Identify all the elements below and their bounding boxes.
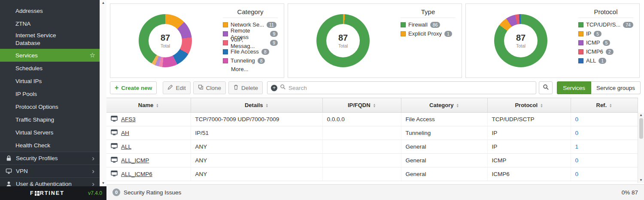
main-content: 87 Total Category Network Se... 11 Remo (106, 0, 644, 184)
legend-item[interactable]: Firewall 86 (401, 21, 456, 28)
legend-item[interactable]: IP 5 (578, 30, 633, 37)
legend-item[interactable]: ICMP 5 (578, 39, 633, 46)
chart-legend: Protocol TCP/UDP/S... 74 IP 5 ICMP (576, 4, 639, 78)
sidebar-item-virtual-ips[interactable]: Virtual IPs (0, 75, 100, 87)
security-rating-label[interactable]: Security Rating Issues (124, 189, 181, 196)
cell-category: Tunneling (401, 126, 487, 140)
column-header-ip-fqdn[interactable]: IP/FQDN▲▼ (322, 98, 401, 113)
cell-category: General (401, 154, 487, 167)
sidebar-item-schedules[interactable]: Schedules (0, 62, 100, 75)
sidebar-item-health-check[interactable]: Health Check (0, 139, 100, 152)
sidebar-item-protocol-options[interactable]: Protocol Options (0, 100, 100, 113)
category-donut-chart[interactable]: 87 Total (139, 14, 192, 67)
sidebar-item-internet-service-database[interactable]: Internet Service Database (0, 30, 100, 49)
legend-swatch (223, 40, 228, 45)
tab-service-groups[interactable]: Service groups (591, 81, 641, 94)
legend-item[interactable]: TCP/UDP/S... 74 (578, 21, 633, 28)
ref-count-link[interactable]: 0 (575, 130, 579, 136)
legend-label: IP (586, 30, 591, 37)
service-name-link[interactable]: ALL (121, 143, 131, 150)
service-name-link[interactable]: ALL_ICMP6 (121, 171, 152, 177)
ref-count-link[interactable]: 1 (575, 143, 579, 150)
legend-item[interactable]: Tunneling 8 (223, 57, 278, 64)
count-badge: 1 (598, 58, 606, 64)
sidebar-scrollbar[interactable]: ▲ ▼ (100, 0, 106, 186)
table-row[interactable]: ALL_ICMP ANY General ICMP 0 (106, 154, 638, 167)
chevron-right-icon: › (92, 167, 94, 175)
chart-card-category: 87 Total Category Network Se... 11 Remo (110, 3, 284, 78)
donut-center: 87 Total (326, 24, 360, 57)
create-new-label: Create new (121, 85, 152, 91)
table-row[interactable]: ALL_ICMP6 ANY General ICMP6 0 (106, 167, 638, 181)
fortinet-logo-grid-icon (35, 191, 39, 196)
sidebar-item-virtual-servers[interactable]: Virtual Servers (0, 126, 100, 139)
search-input[interactable] (289, 85, 532, 91)
toolbar: + Create new Edit Clone Delete + (110, 81, 641, 94)
legend-swatch (401, 22, 406, 27)
scroll-up-icon[interactable]: ▲ (102, 1, 105, 5)
legend-item[interactable]: VoIP, Messag... 9 (223, 39, 278, 46)
column-header-details[interactable]: Details▲▼ (191, 98, 322, 113)
sidebar-item-ztna[interactable]: ZTNA (0, 17, 100, 30)
sidebar-section-security-profiles[interactable]: Security Profiles › (0, 152, 100, 164)
scroll-down-icon[interactable]: ▼ (639, 179, 643, 182)
legend-item[interactable]: ICMP6 2 (578, 48, 633, 55)
favorite-star-icon[interactable]: ☆ (90, 51, 95, 59)
delete-button[interactable]: Delete (228, 81, 263, 94)
sidebar-item-ip-pools[interactable]: IP Pools (0, 87, 100, 100)
ref-count-link[interactable]: 0 (575, 171, 579, 177)
sidebar-item-traffic-shaping[interactable]: Traffic Shaping (0, 113, 100, 126)
chart-card-type: 87 Total Type Firewall 86 Explicit Prox (288, 3, 462, 78)
service-name-link[interactable]: ALL_ICMP (121, 157, 149, 164)
cell-details: ANY (191, 167, 322, 181)
ref-count-link[interactable]: 0 (575, 116, 579, 122)
sidebar-section-vpn[interactable]: VPN › (0, 164, 100, 177)
search-submit-button[interactable] (539, 81, 553, 94)
table-scrollbar[interactable]: ▲ ▼ (638, 113, 644, 183)
type-donut-chart[interactable]: 87 Total (316, 14, 370, 67)
count-badge: 8 (261, 49, 269, 55)
tab-services[interactable]: Services (557, 81, 591, 94)
legend-item[interactable]: Explicit Proxy 1 (401, 30, 456, 37)
table-row[interactable]: AH IP/51 Tunneling IP 0 (106, 126, 638, 140)
legend-more-link[interactable]: More... (231, 66, 278, 72)
edit-button[interactable]: Edit (163, 81, 190, 94)
table-header-row: Name▲▼ Details▲▼ IP/FQDN▲▼ Category▲▼ Pr… (106, 98, 638, 113)
column-header-protocol[interactable]: Protocol▲▼ (487, 98, 571, 113)
ref-count-link[interactable]: 0 (575, 157, 579, 164)
clone-button[interactable]: Clone (193, 81, 226, 94)
protocol-donut-chart[interactable]: 87 Total (494, 14, 547, 67)
column-header-ref[interactable]: Ref.▲▼ (571, 98, 638, 113)
service-icon (111, 157, 118, 164)
legend-item[interactable]: ALL 1 (578, 57, 633, 64)
service-name-link[interactable]: AH (121, 130, 129, 136)
donut-wrap: 87 Total (466, 4, 576, 78)
service-name-link[interactable]: AFS3 (121, 116, 136, 122)
count-badge: 8 (258, 58, 265, 64)
search-bar[interactable]: + (267, 81, 536, 94)
chart-title: Protocol (578, 8, 633, 18)
service-icon (111, 116, 118, 123)
legend-label: ICMP6 (586, 48, 603, 55)
column-header-name[interactable]: Name▲▼ (106, 98, 191, 113)
count-badge: 5 (603, 40, 611, 46)
sidebar-menu: Addresses ZTNA Internet Service Database… (0, 0, 100, 190)
create-new-button[interactable]: + Create new (110, 81, 157, 94)
scrollbar-thumb[interactable] (639, 118, 643, 139)
add-filter-icon[interactable]: + (271, 85, 277, 91)
scroll-down-icon[interactable]: ▼ (102, 182, 105, 185)
legend-swatch (223, 58, 228, 63)
sidebar-item-addresses[interactable]: Addresses (0, 4, 100, 17)
table-row[interactable]: AFS3 TCP/7000-7009 UDP/7000-7009 0.0.0.0… (106, 113, 638, 126)
table-row[interactable]: ALL ANY General IP 1 (106, 140, 638, 154)
cell-ip (322, 167, 401, 181)
donut-total-label: Total (161, 43, 170, 48)
cell-protocol: IP (487, 140, 571, 154)
status-right-text: 0% 87 (622, 189, 638, 196)
count-badge: 5 (594, 31, 601, 37)
sidebar-item-services[interactable]: Services ☆ (0, 49, 100, 62)
column-header-category[interactable]: Category▲▼ (401, 98, 487, 113)
legend-item[interactable]: File Access 8 (223, 48, 278, 55)
scroll-up-icon[interactable]: ▲ (639, 113, 643, 117)
donut-total: 87 (338, 33, 348, 43)
